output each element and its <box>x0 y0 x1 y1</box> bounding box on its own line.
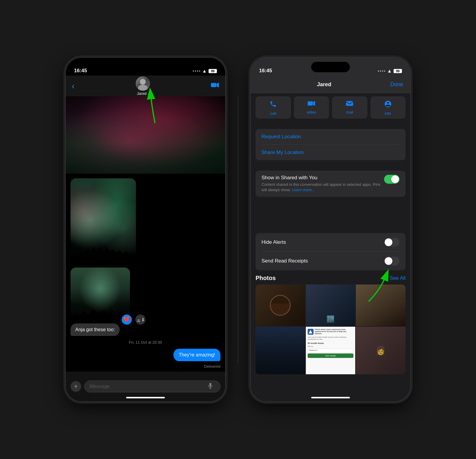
video-call-button[interactable] <box>211 82 219 90</box>
avatar <box>136 76 150 91</box>
status-icons-2: ▲ 99 <box>378 68 402 74</box>
photo-thumbnail-1[interactable] <box>256 284 305 326</box>
divider <box>238 96 238 363</box>
mail-icon <box>346 100 353 108</box>
signal-dot <box>199 70 200 72</box>
request-location-item[interactable]: Request Location <box>256 129 405 144</box>
status-time-1: 16:45 <box>74 68 87 74</box>
read-receipts-toggle[interactable] <box>384 257 400 265</box>
shared-toggle-switch[interactable] <box>384 175 400 184</box>
battery-icon-2: 99 <box>394 69 402 73</box>
photo-bubble-1[interactable] <box>71 178 136 262</box>
info-label: info <box>385 111 391 116</box>
nav-center[interactable]: Jared › <box>75 76 211 96</box>
share-location-item[interactable]: Share My Location <box>256 145 405 160</box>
photo-thumbnail-6[interactable]: 👩 <box>356 327 405 374</box>
delivered-status: Delivered <box>66 364 225 369</box>
reply-text: They're amazing! <box>179 352 215 357</box>
shared-toggle-desc: Content shared in this conversation will… <box>262 182 381 193</box>
phone-2: 16:45 ▲ 99 Jared Done <box>250 57 411 402</box>
hide-alerts-toggle[interactable] <box>384 238 400 247</box>
svg-marker-8 <box>313 101 315 106</box>
mic-icon[interactable] <box>208 383 215 390</box>
learn-more-link[interactable]: Learn more... <box>292 188 315 192</box>
photo-thumbnail-3[interactable] <box>356 284 405 326</box>
phone-svg <box>270 100 277 108</box>
shared-toggle-label-area: Show in Shared with You Content shared i… <box>262 175 381 193</box>
settings-section: Hide Alerts Send Read Receipts <box>256 233 405 270</box>
dynamic-island-2 <box>311 62 350 72</box>
nav-bar: ‹ Jared › <box>66 76 225 96</box>
signal-dot-2 <box>380 70 381 72</box>
svg-rect-7 <box>308 101 313 106</box>
signal-dot <box>193 70 194 72</box>
wifi-icon: ▲ <box>202 68 207 74</box>
wifi-icon-2: ▲ <box>387 68 392 74</box>
add-attachment-button[interactable]: + <box>71 381 81 392</box>
shared-toggle-title: Show in Shared with You <box>262 175 381 181</box>
person-svg <box>384 100 392 108</box>
svg-rect-3 <box>209 383 211 386</box>
signal-dots-2 <box>378 70 385 72</box>
svg-rect-0 <box>211 83 216 87</box>
shared-desc-text: Content shared in this conversation will… <box>262 182 381 192</box>
status-time-2: 16:45 <box>259 68 272 74</box>
svg-marker-1 <box>217 83 219 87</box>
imessage-screen: 16:45 ▲ 99 ‹ Jared › <box>66 58 225 401</box>
outgoing-message: They're amazing! <box>173 349 220 361</box>
contact-info-screen: 16:45 ▲ 99 Jared Done <box>251 58 410 401</box>
done-button[interactable]: Done <box>390 81 403 88</box>
hide-alerts-label: Hide Alerts <box>262 239 384 245</box>
svg-point-11 <box>387 102 389 104</box>
outgoing-message-row: They're amazing! <box>66 346 225 364</box>
battery-icon-1: 99 <box>209 69 217 73</box>
info-button[interactable]: info <box>370 96 406 119</box>
status-icons-1: ▲ 99 <box>193 68 217 74</box>
dynamic-island <box>126 62 165 72</box>
photo-message: ❤️ ⬇ <box>71 178 220 321</box>
microphone-icon <box>208 383 212 389</box>
input-placeholder: iMessage <box>89 384 109 389</box>
photo-thumbnail-2[interactable]: 🏙️ <box>306 284 356 326</box>
photo-bubble-2[interactable] <box>71 268 130 321</box>
download-icon <box>136 317 141 322</box>
nav-contact-name: Jared › <box>137 91 149 96</box>
text-message-row: Anja got these too: <box>66 321 225 338</box>
hide-alerts-row: Hide Alerts <box>256 233 405 251</box>
photo-thumbnail-4[interactable] <box>256 327 305 374</box>
read-receipts-label: Send Read Receipts <box>262 258 384 264</box>
chevron-icon: › <box>148 92 149 95</box>
message-input[interactable]: iMessage <box>84 381 220 392</box>
signal-dot-2 <box>378 70 379 72</box>
signal-dot <box>195 70 196 72</box>
video-button[interactable]: video <box>294 96 329 119</box>
see-all-button[interactable]: See All <box>390 275 405 281</box>
aurora-background <box>66 96 225 174</box>
photo-thumbnail-5[interactable]: Check which chain restaurants have regis… <box>306 327 356 374</box>
signal-dots <box>193 70 200 72</box>
video-icon <box>211 82 219 88</box>
signal-dot <box>197 70 198 72</box>
svg-rect-2 <box>137 321 140 322</box>
svg-rect-9 <box>346 101 353 106</box>
shared-toggle-row: Show in Shared with You Content shared i… <box>256 171 405 197</box>
mail-button[interactable]: mail <box>332 96 367 119</box>
signal-dot-2 <box>382 70 383 72</box>
toggle-knob-hide <box>385 238 392 246</box>
call-button[interactable]: call <box>256 96 291 119</box>
toggle-knob-read <box>385 257 392 265</box>
signal-dot-2 <box>384 70 385 72</box>
back-button[interactable]: ‹ <box>72 81 75 91</box>
read-receipts-row: Send Read Receipts <box>256 252 405 270</box>
reaction-heart[interactable]: ❤️ <box>121 314 132 325</box>
contact-header: Jared Done <box>251 76 410 93</box>
mail-label: mail <box>346 110 353 114</box>
incoming-message: Anja got these too: <box>71 323 120 336</box>
contact-name-text: Jared <box>137 91 147 96</box>
photos-section: Photos See All 🏙️ <box>256 275 405 374</box>
location-section: Request Location Share My Location <box>256 129 405 160</box>
aurora-photo-1 <box>71 178 136 262</box>
toggle-knob-shared <box>391 175 399 183</box>
save-action[interactable]: ⬇ <box>135 314 146 325</box>
tree-silhouette <box>71 244 136 262</box>
